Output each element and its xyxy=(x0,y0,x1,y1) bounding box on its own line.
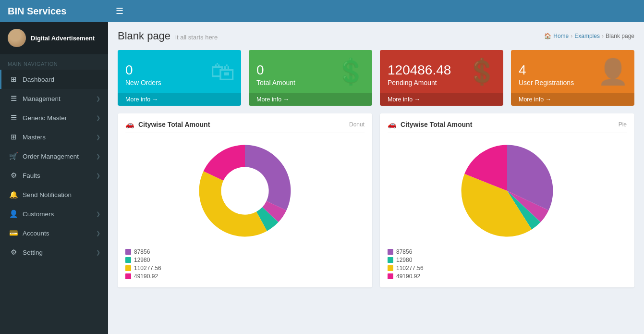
sidebar-user: Digital Advertisement xyxy=(0,22,108,54)
page-header: Blank page it all starts here 🏠 Home › E… xyxy=(118,30,634,42)
legend-item: 49190.92 xyxy=(388,273,627,280)
legend-dot xyxy=(125,265,131,271)
sidebar-item-dashboard[interactable]: ⊞ Dashboard xyxy=(0,70,108,89)
legend-dot xyxy=(125,273,131,279)
stat-card-total-amount: 💲 0 Total Amount More info → xyxy=(249,50,372,106)
stat-card-icon: 👤 xyxy=(597,57,629,87)
sidebar-username: Digital Advertisement xyxy=(31,35,95,42)
chart-area xyxy=(125,138,365,244)
nav-label-masters: Masters xyxy=(23,134,46,141)
chart-type: Pie xyxy=(619,121,627,128)
stat-card-footer[interactable]: More info → xyxy=(511,93,634,106)
nav-label-management: Management xyxy=(23,95,61,102)
chevron-icon: ❯ xyxy=(96,211,100,217)
nav-label-setting: Setting xyxy=(23,249,43,256)
stat-card-footer[interactable]: More info → xyxy=(118,93,241,106)
chart-title-wrap: 🚗 Citywise Total Amount xyxy=(388,120,472,129)
nav-label-customers: Customers xyxy=(23,210,54,218)
legend-value: 87856 xyxy=(396,248,412,255)
charts-row: 🚗 Citywise Total Amount Donut 87856 1298… xyxy=(118,113,634,287)
chart-box-pie-chart: 🚗 Citywise Total Amount Pie 87856 12980 … xyxy=(380,113,634,287)
nav-icon-setting: ⚙ xyxy=(9,248,18,257)
legend-dot xyxy=(388,257,393,263)
legend-item: 12980 xyxy=(388,257,627,263)
chart-header: 🚗 Citywise Total Amount Pie xyxy=(388,120,627,133)
nav-label-order-management: Order Management xyxy=(23,153,79,160)
stat-card-footer[interactable]: More info → xyxy=(380,93,503,106)
chart-legend: 87856 12980 110277.56 49190.92 xyxy=(125,248,365,280)
nav-section-label: MAIN NAVIGATION xyxy=(0,54,108,70)
content-wrapper: Blank page it all starts here 🏠 Home › E… xyxy=(108,22,644,334)
sidebar-item-generic-master[interactable]: ☰ Generic Master ❯ xyxy=(0,108,108,127)
bc-examples[interactable]: Examples xyxy=(574,33,600,39)
stat-card-body: 💲 0 Total Amount xyxy=(249,50,372,93)
legend-dot xyxy=(125,257,131,263)
nav-icon-accounts: 💳 xyxy=(9,229,18,237)
topbar: ☰ xyxy=(108,0,644,22)
stat-card-body: 💲 120486.48 Pending Amount xyxy=(380,50,503,93)
sidebar-item-order-management[interactable]: 🛒 Order Management ❯ xyxy=(0,147,108,166)
nav-icon-faults: ⚙ xyxy=(9,171,18,180)
chart-header: 🚗 Citywise Total Amount Donut xyxy=(125,120,365,133)
stat-card-body: 👤 4 User Registrations xyxy=(511,50,634,93)
sidebar-item-setting[interactable]: ⚙ Setting ❯ xyxy=(0,243,108,262)
legend-item: 110277.56 xyxy=(125,265,365,272)
topbar-menu-icon[interactable]: ☰ xyxy=(116,6,123,16)
legend-item: 87856 xyxy=(388,248,627,255)
chevron-icon: ❯ xyxy=(96,230,100,236)
sidebar-item-accounts[interactable]: 💳 Accounts ❯ xyxy=(0,223,108,243)
nav-icon-generic-master: ☰ xyxy=(9,113,18,122)
page-title: Blank page xyxy=(118,30,170,42)
stat-card-icon: 🛍 xyxy=(210,57,235,86)
breadcrumb: 🏠 Home › Examples › Blank page xyxy=(544,33,634,39)
nav-icon-order-management: 🛒 xyxy=(9,152,18,161)
legend-value: 12980 xyxy=(134,257,150,263)
legend-dot xyxy=(388,249,393,255)
nav-icon-management: ☰ xyxy=(9,94,18,103)
nav-icon-customers: 👤 xyxy=(9,210,18,218)
sidebar-item-faults[interactable]: ⚙ Faults ❯ xyxy=(0,166,108,185)
sidebar-item-send-notification[interactable]: 🔔 Send Notification xyxy=(0,185,108,204)
chevron-icon: ❯ xyxy=(96,173,100,179)
legend-item: 12980 xyxy=(125,257,365,263)
bc-home[interactable]: Home xyxy=(553,33,569,39)
legend-value: 49190.92 xyxy=(134,273,158,280)
nav-icon-send-notification: 🔔 xyxy=(9,190,18,199)
brand-bold: BIN xyxy=(8,6,24,16)
legend-value: 87856 xyxy=(134,248,150,255)
stat-card-body: 🛍 0 New Orders xyxy=(118,50,241,93)
main-content: ☰ Blank page it all starts here 🏠 Home ›… xyxy=(108,0,644,334)
chevron-icon: ❯ xyxy=(96,115,100,121)
legend-item: 110277.56 xyxy=(388,265,627,272)
chart-type: Donut xyxy=(349,121,365,128)
avatar xyxy=(8,29,26,47)
stat-card-footer[interactable]: More info → xyxy=(249,93,372,106)
page-title-wrap: Blank page it all starts here xyxy=(118,30,218,42)
nav-label-generic-master: Generic Master xyxy=(23,114,67,122)
legend-dot xyxy=(388,273,393,279)
breadcrumb-icon: 🏠 xyxy=(544,33,551,39)
legend-item: 49190.92 xyxy=(125,273,365,280)
legend-value: 110277.56 xyxy=(134,265,161,272)
chevron-icon: ❯ xyxy=(96,249,100,256)
sidebar-item-management[interactable]: ☰ Management ❯ xyxy=(0,89,108,108)
stat-card-user-registrations: 👤 4 User Registrations More info → xyxy=(511,50,634,106)
nav-list: ⊞ Dashboard ☰ Management ❯ ☰ Generic Mas… xyxy=(0,70,108,262)
brand-rest: Services xyxy=(24,6,66,16)
chart-title: Citywise Total Amount xyxy=(401,121,472,128)
stat-card-pending-amount: 💲 120486.48 Pending Amount More info → xyxy=(380,50,503,106)
legend-value: 12980 xyxy=(396,257,412,263)
nav-label-send-notification: Send Notification xyxy=(23,191,72,198)
page-subtitle: it all starts here xyxy=(175,34,218,41)
chevron-icon: ❯ xyxy=(96,96,100,102)
sidebar-header: BIN Services xyxy=(0,0,108,22)
sidebar-item-masters[interactable]: ⊞ Masters ❯ xyxy=(0,127,108,147)
chart-box-donut-chart: 🚗 Citywise Total Amount Donut 87856 1298… xyxy=(118,113,372,287)
sidebar-item-customers[interactable]: 👤 Customers ❯ xyxy=(0,204,108,223)
chart-car-icon: 🚗 xyxy=(388,120,397,129)
legend-dot xyxy=(388,265,393,271)
chart-title: Citywise Total Amount xyxy=(138,121,210,128)
nav-label-accounts: Accounts xyxy=(23,230,49,237)
chart-legend: 87856 12980 110277.56 49190.92 xyxy=(388,248,627,280)
chart-title-wrap: 🚗 Citywise Total Amount xyxy=(125,120,210,129)
